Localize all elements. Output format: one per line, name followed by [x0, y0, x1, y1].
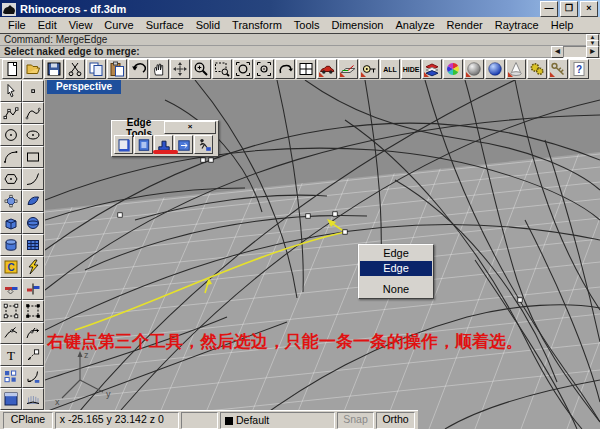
leader-button[interactable]: [22, 344, 44, 366]
viewport-canvas[interactable]: zyx Perspective Edge Tools × EdgeEdgeNon…: [45, 80, 600, 429]
split-button[interactable]: [22, 278, 44, 300]
menu-edit[interactable]: Edit: [32, 18, 63, 32]
surface-control-points-button[interactable]: [0, 190, 22, 212]
zoom-extents-button[interactable]: [254, 59, 274, 79]
car-button[interactable]: [317, 59, 337, 79]
circle-button[interactable]: [0, 124, 22, 146]
command-prompt-line[interactable]: Select naked edge to merge: ◀ ▶: [0, 46, 600, 58]
edge-tools-titlebar[interactable]: Edge Tools ×: [112, 121, 218, 134]
save-file-button[interactable]: [44, 59, 64, 79]
menu-solid[interactable]: Solid: [190, 18, 226, 32]
curve-freeform-button[interactable]: [22, 102, 44, 124]
curve-control-points-button[interactable]: [0, 102, 22, 124]
edge-context-menu: EdgeEdgeNone: [358, 244, 434, 299]
prompt-scroll-track[interactable]: [563, 46, 587, 58]
hide-label: HIDE: [403, 66, 420, 73]
arc-button[interactable]: [0, 146, 22, 168]
undo-button[interactable]: [128, 59, 148, 79]
copy-button[interactable]: [86, 59, 106, 79]
render-button[interactable]: [485, 59, 505, 79]
array-button[interactable]: [0, 366, 22, 388]
surface-patch-button[interactable]: [22, 190, 44, 212]
zoom-selected-button[interactable]: [233, 59, 253, 79]
box-button[interactable]: [0, 212, 22, 234]
shade-button[interactable]: [464, 59, 484, 79]
menu-help[interactable]: Help: [545, 18, 580, 32]
context-menu-item-edge[interactable]: Edge: [360, 246, 432, 261]
menu-surface[interactable]: Surface: [140, 18, 190, 32]
cut-button[interactable]: [65, 59, 85, 79]
menu-render[interactable]: Render: [441, 18, 489, 32]
curve-fillet-button[interactable]: [22, 322, 44, 344]
menu-dimension[interactable]: Dimension: [326, 18, 390, 32]
surface-grid-button[interactable]: [22, 234, 44, 256]
control-points-on-button[interactable]: [0, 300, 22, 322]
pan-button[interactable]: [149, 59, 169, 79]
prompt-scroll-right-icon[interactable]: ▶: [586, 46, 599, 58]
sphere-button[interactable]: [22, 212, 44, 234]
point-button[interactable]: [22, 80, 44, 102]
snap-toggle[interactable]: Snap: [337, 412, 374, 429]
restore-button[interactable]: ❐: [560, 1, 578, 17]
rectangle-button[interactable]: [22, 146, 44, 168]
options-gears-button[interactable]: [527, 59, 547, 79]
minimize-button[interactable]: —: [540, 1, 558, 17]
cplane-button[interactable]: CPlane: [3, 412, 53, 429]
show-naked-edges-button[interactable]: [134, 135, 153, 154]
set-point-button[interactable]: [359, 59, 379, 79]
menu-curve[interactable]: Curve: [98, 18, 139, 32]
ellipse-button[interactable]: [22, 124, 44, 146]
properties-panel-button[interactable]: [0, 388, 22, 410]
layer-flag-icon: [424, 61, 440, 77]
viewport-layout-button[interactable]: [296, 59, 316, 79]
left-toolbar: CT: [0, 80, 45, 410]
trim-button[interactable]: [0, 278, 22, 300]
copy-icon: [88, 61, 104, 77]
curvature-comb-button[interactable]: [22, 388, 44, 410]
cplane-button[interactable]: [338, 59, 358, 79]
color-wheel-button[interactable]: [443, 59, 463, 79]
menu-file[interactable]: File: [2, 18, 32, 32]
context-menu-item-edge-selected[interactable]: Edge: [360, 261, 432, 276]
rotate-view-button[interactable]: [170, 59, 190, 79]
layer-cell[interactable]: Default: [220, 412, 335, 429]
zoom-in-button[interactable]: [191, 59, 211, 79]
show-edges-button[interactable]: [114, 135, 133, 154]
new-file-button[interactable]: [2, 59, 22, 79]
menu-transform[interactable]: Transform: [226, 18, 288, 32]
spotlight-button[interactable]: [506, 59, 526, 79]
key-button[interactable]: [548, 59, 568, 79]
menu-view[interactable]: View: [63, 18, 99, 32]
title-bar[interactable]: Rhinoceros - df.3dm — ❐ ×: [0, 0, 600, 17]
paste-button[interactable]: [107, 59, 127, 79]
text-button[interactable]: T: [0, 344, 22, 366]
polygon-button[interactable]: [0, 168, 22, 190]
select-all-button[interactable]: ALL: [380, 59, 400, 79]
curve-corner-button[interactable]: [22, 168, 44, 190]
viewport-title[interactable]: Perspective: [47, 80, 121, 94]
context-menu-item-none[interactable]: None: [360, 282, 432, 297]
menu-tools[interactable]: Tools: [288, 18, 326, 32]
zoom-window-button[interactable]: [212, 59, 232, 79]
cylinder-button[interactable]: [0, 234, 22, 256]
select-pointer-button[interactable]: [0, 80, 22, 102]
menu-raytrace[interactable]: Raytrace: [489, 18, 545, 32]
layer-flag-button[interactable]: [422, 59, 442, 79]
help-button[interactable]: ?: [569, 59, 589, 79]
hide-button[interactable]: HIDE: [401, 59, 421, 79]
cplane-badge-button[interactable]: C: [0, 256, 22, 278]
tutorial-annotation-text: 右键点第三个工具，然后选边，只能一条一条的操作，顺着选。: [47, 330, 523, 353]
rhinoceros-logo-icon[interactable]: [2, 2, 16, 15]
close-button[interactable]: ×: [580, 1, 598, 17]
menu-analyze[interactable]: Analyze: [389, 18, 440, 32]
polygon-icon: [3, 171, 19, 187]
rebuild-edge-button[interactable]: [194, 135, 213, 154]
curve-edit-button[interactable]: [0, 322, 22, 344]
undo-view-button[interactable]: [275, 59, 295, 79]
open-file-button[interactable]: [23, 59, 43, 79]
ortho-toggle[interactable]: Ortho: [376, 412, 415, 429]
edge-tools-close-icon[interactable]: ×: [164, 121, 216, 134]
control-points-off-button[interactable]: [22, 300, 44, 322]
explode-lightning-button[interactable]: [22, 256, 44, 278]
rotate-button[interactable]: [22, 366, 44, 388]
